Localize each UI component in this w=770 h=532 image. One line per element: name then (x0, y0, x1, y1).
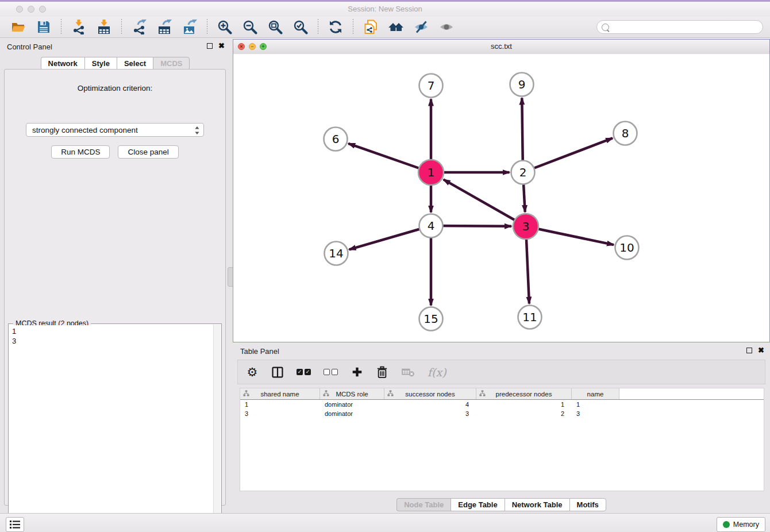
graph-node-label-6: 6 (332, 132, 340, 146)
hide-selected-icon[interactable] (413, 19, 430, 35)
toolbar-separator (318, 19, 318, 35)
table-row[interactable]: 3dominator323 (240, 409, 764, 418)
export-image-icon[interactable] (181, 19, 198, 35)
network-window-title: scc.txt (233, 42, 769, 51)
refresh-icon[interactable] (327, 19, 344, 35)
memory-button[interactable]: Memory (717, 517, 765, 532)
column-header-successor-nodes[interactable]: successor nodes (384, 388, 476, 399)
float-panel-icon[interactable] (207, 43, 213, 49)
tab-mcds[interactable]: MCDS (153, 57, 190, 70)
table-cell[interactable]: 3 (384, 409, 476, 418)
search-input[interactable] (613, 22, 763, 32)
deselect-all-icon[interactable] (324, 369, 338, 375)
toolbar-separator (207, 19, 207, 35)
home-icon[interactable] (387, 19, 405, 35)
column-header-predecessor-nodes[interactable]: predecessor nodes (476, 388, 572, 399)
control-panel: Control Panel ✖ NetworkStyleSelectMCDS O… (0, 39, 230, 507)
close-table-panel-icon[interactable]: ✖ (758, 348, 764, 353)
select-all-icon[interactable]: ✓✓ (297, 369, 311, 375)
float-table-panel-icon[interactable] (746, 348, 752, 353)
table-cell[interactable]: 2 (476, 409, 572, 418)
table-cell[interactable]: dominator (320, 409, 384, 418)
trash-icon[interactable] (376, 366, 388, 379)
mcds-result-box: MCDS result (2 nodes) 1 3 (8, 323, 222, 532)
result-scrollbar[interactable] (213, 325, 221, 532)
export-network-icon[interactable] (130, 19, 148, 35)
edge-2-8[interactable] (523, 138, 613, 172)
table-panel-title: Table Panel (240, 347, 279, 356)
table-panel: Table Panel ✖ ⚙✓✓f(x) shared nameMCDS ro… (233, 345, 770, 513)
import-network-icon[interactable] (70, 19, 87, 35)
network-view-window: × − + scc.txt 7968124314101511 (233, 39, 770, 342)
graph-node-label-8: 8 (622, 126, 629, 140)
node-table: shared nameMCDS rolesuccessor nodesprede… (240, 388, 764, 491)
search-field[interactable] (596, 20, 763, 34)
graph-node-label-14: 14 (329, 246, 343, 260)
table-cell[interactable]: dominator (320, 400, 384, 409)
toolbar-separator (353, 19, 353, 35)
graph-node-label-9: 9 (518, 78, 526, 91)
table-header-row: shared nameMCDS rolesuccessor nodesprede… (240, 388, 764, 400)
column-header-shared-name[interactable]: shared name (240, 388, 320, 399)
chevron-updown-icon (194, 126, 200, 137)
import-table-icon[interactable] (95, 19, 113, 35)
zoom-in-icon[interactable] (216, 19, 233, 35)
table-cell[interactable]: 3 (572, 409, 619, 418)
tab-style[interactable]: Style (84, 57, 117, 70)
application-window: Session: New Session Control Panel ✖ Net… (0, 0, 770, 532)
table-row[interactable]: 1dominator411 (240, 400, 764, 409)
network-canvas-svg: 7968124314101511 (233, 54, 768, 341)
delete-table-icon (401, 367, 415, 377)
graph-node-label-4: 4 (428, 219, 435, 233)
table-cell[interactable]: 1 (476, 400, 572, 409)
save-session-icon[interactable] (35, 19, 52, 35)
zoom-fit-icon[interactable] (267, 19, 284, 35)
tab-node-table[interactable]: Node Table (396, 498, 451, 511)
tab-network[interactable]: Network (41, 57, 84, 70)
criterion-select[interactable]: strongly connected component (26, 123, 204, 137)
column-header-MCDS-role[interactable]: MCDS role (320, 388, 384, 399)
column-header-name[interactable]: name (572, 388, 619, 399)
table-cell[interactable]: 1 (240, 400, 320, 409)
columns-icon[interactable] (271, 366, 284, 379)
criterion-select-value: strongly connected component (32, 126, 138, 134)
zoom-out-icon[interactable] (241, 19, 259, 35)
run-mcds-button[interactable]: Run MCDS (51, 145, 110, 159)
zoom-selected-icon[interactable] (292, 19, 309, 35)
table-tabs: Node TableEdge TableNetwork TableMotifs (233, 496, 770, 513)
table-cell[interactable]: 3 (240, 409, 320, 418)
tab-edge-table[interactable]: Edge Table (451, 498, 504, 511)
open-session-icon[interactable] (10, 19, 27, 35)
edge-3-1[interactable] (444, 179, 526, 226)
graph-node-label-11: 11 (522, 310, 537, 324)
clone-network-view-icon[interactable] (362, 19, 379, 35)
close-panel-button[interactable]: Close panel (118, 145, 178, 159)
export-table-icon[interactable] (156, 19, 173, 35)
network-window-titlebar[interactable]: × − + scc.txt (233, 40, 769, 55)
control-panel-tabs: NetworkStyleSelectMCDS (0, 57, 230, 70)
add-icon[interactable] (351, 367, 363, 377)
toolbar-separator (121, 19, 122, 35)
graph-node-label-3: 3 (522, 219, 530, 233)
edge-3-10[interactable] (526, 226, 614, 245)
memory-status-icon (723, 521, 730, 528)
table-cell[interactable]: 4 (384, 400, 476, 409)
show-all-icon[interactable] (438, 19, 455, 35)
tab-motifs[interactable]: Motifs (569, 498, 606, 511)
show-panel-list-button[interactable] (6, 517, 24, 532)
table-cell[interactable]: 1 (572, 400, 619, 409)
gear-icon[interactable]: ⚙ (246, 366, 259, 379)
graph-node-label-1: 1 (428, 165, 435, 179)
close-panel-icon[interactable]: ✖ (218, 43, 225, 49)
tab-select[interactable]: Select (117, 57, 153, 70)
optimization-criterion-label: Optimization criterion: (5, 84, 225, 92)
edge-4-14[interactable] (349, 226, 431, 249)
network-canvas[interactable]: 7968124314101511 (233, 54, 769, 342)
memory-button-label: Memory (733, 521, 759, 529)
tab-network-table[interactable]: Network Table (505, 498, 569, 511)
toolbar-separator (61, 19, 61, 35)
mcds-tab-content: Optimization criterion: strongly connect… (4, 69, 226, 506)
mcds-result-text[interactable]: 1 3 (10, 325, 213, 532)
graph-node-label-2: 2 (519, 165, 527, 179)
list-icon (9, 520, 21, 529)
